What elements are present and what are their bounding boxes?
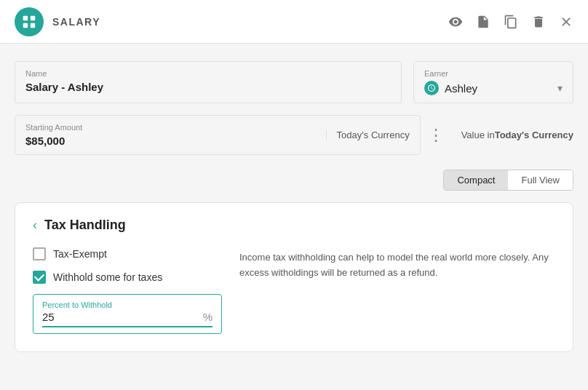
withhold-row: Withhold some for taxes: [33, 271, 222, 284]
percent-field: Percent to Withhold %: [33, 294, 222, 334]
percent-input[interactable]: [42, 311, 203, 323]
earner-inner: Ashley ▾: [424, 81, 563, 95]
svg-rect-1: [31, 15, 35, 20]
earner-field[interactable]: Earner Ashley ▾: [413, 61, 573, 103]
back-button[interactable]: ‹: [33, 218, 37, 233]
tax-description: Income tax withholding can help to model…: [239, 247, 555, 334]
tax-body: Tax-Exempt Withhold some for taxes Perce…: [33, 247, 555, 334]
withhold-label: Withhold some for taxes: [53, 271, 162, 283]
amount-label: Starting Amount: [25, 123, 326, 132]
earner-label: Earner: [424, 69, 563, 78]
currency-label: Today's Currency: [337, 130, 410, 140]
delete-icon[interactable]: [531, 15, 546, 29]
app-header: SALARY: [0, 0, 588, 44]
tax-header: ‹ Tax Handling: [33, 218, 555, 233]
x-icon: [559, 15, 573, 29]
tax-description-text: Income tax withholding can help to model…: [239, 252, 549, 278]
document-icon[interactable]: [476, 15, 490, 29]
earner-name: Ashley: [445, 82, 477, 95]
view-toggle: Compact Full View: [15, 170, 573, 191]
view-icon[interactable]: [448, 15, 463, 29]
chevron-down-icon: ▾: [557, 82, 563, 94]
name-value: Salary - Ashley: [25, 81, 391, 93]
name-label: Name: [25, 69, 391, 78]
page-title: SALARY: [52, 16, 448, 28]
value-info: Value in Today's Currency: [461, 130, 573, 140]
earner-person: Ashley: [424, 81, 477, 95]
full-view-button[interactable]: Full View: [508, 170, 573, 190]
percent-input-row: %: [42, 311, 212, 323]
tax-handling-card: ‹ Tax Handling Tax-Exempt Withhold some …: [15, 202, 573, 352]
amount-right: Today's Currency: [326, 130, 410, 140]
compact-view-button[interactable]: Compact: [444, 170, 508, 190]
tax-title: Tax Handling: [44, 218, 126, 233]
copy-icon[interactable]: [504, 15, 518, 29]
value-info-emphasis: Today's Currency: [495, 130, 573, 140]
value-info-prefix: Value in: [461, 130, 495, 140]
amount-left: Starting Amount $85,000: [25, 123, 326, 147]
duplicate-icon: [504, 15, 518, 29]
tax-exempt-checkbox[interactable]: [33, 247, 46, 260]
svg-rect-2: [23, 23, 28, 27]
amount-box: Starting Amount $85,000 Today's Currency: [15, 115, 421, 155]
name-field: Name Salary - Ashley: [15, 61, 402, 103]
percent-to-withhold-label: Percent to Withhold: [42, 301, 212, 309]
app-logo: [15, 7, 44, 36]
top-row: Name Salary - Ashley Earner Ashley ▾: [15, 61, 573, 103]
svg-rect-0: [23, 15, 28, 20]
input-underline: [42, 326, 212, 327]
close-icon[interactable]: [559, 15, 573, 29]
svg-rect-3: [31, 23, 35, 27]
trash-icon: [531, 15, 546, 29]
tax-options: Tax-Exempt Withhold some for taxes Perce…: [33, 247, 222, 334]
avatar: [424, 81, 439, 95]
tax-exempt-row: Tax-Exempt: [33, 247, 222, 260]
withhold-checkbox[interactable]: [33, 271, 46, 284]
percent-symbol: %: [203, 311, 212, 323]
eye-icon: [448, 15, 463, 29]
doc-icon: [476, 15, 490, 29]
grid-icon: [21, 14, 37, 30]
clock-icon: [427, 84, 436, 92]
toggle-group: Compact Full View: [443, 170, 573, 191]
header-actions: [448, 15, 573, 29]
tax-exempt-label: Tax-Exempt: [53, 248, 107, 260]
more-options-button[interactable]: ⋮: [424, 127, 448, 143]
main-content: Name Salary - Ashley Earner Ashley ▾ Sta…: [0, 44, 588, 370]
amount-value: $85,000: [25, 135, 326, 147]
